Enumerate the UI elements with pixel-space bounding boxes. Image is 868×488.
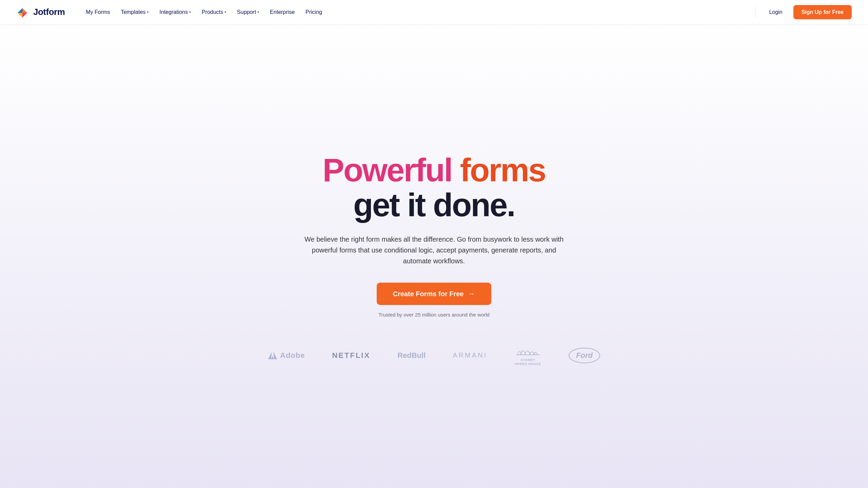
nav-item-templates[interactable]: Templates ▾ (116, 6, 153, 18)
nav-right: Login Sign Up for Free (752, 5, 852, 19)
arrow-right-icon: → (468, 289, 475, 298)
brand-logos: Adobe NETFLIX RedBull ARMANI (252, 338, 616, 373)
hero-title-powerful: Powerful (323, 152, 452, 188)
chevron-down-icon: ▾ (189, 10, 191, 14)
navbar: Jotform My Forms Templates ▾ Integration… (0, 0, 868, 24)
adobe-text: Adobe (280, 351, 305, 360)
login-button[interactable]: Login (764, 6, 788, 18)
ford-logo: Ford (569, 348, 600, 363)
signup-button[interactable]: Sign Up for Free (793, 5, 852, 19)
sydney-opera-icon (514, 345, 541, 357)
jotform-logo-icon (16, 5, 30, 19)
nav-item-integrations[interactable]: Integrations ▾ (155, 6, 196, 18)
nav-item-products[interactable]: Products ▾ (197, 6, 231, 18)
nav-item-support[interactable]: Support ▾ (232, 6, 264, 18)
hero-title: Powerful forms get it done. (323, 153, 546, 234)
hero-title-forms: forms (460, 152, 546, 188)
cta-label: Create Forms for Free (393, 290, 464, 298)
chevron-down-icon: ▾ (257, 10, 259, 14)
adobe-logo: Adobe (268, 351, 305, 360)
chevron-down-icon: ▾ (147, 10, 149, 14)
cta-button[interactable]: Create Forms for Free → (377, 283, 492, 305)
netflix-logo: NETFLIX (332, 351, 370, 360)
chevron-down-icon: ▾ (224, 10, 226, 14)
nav-item-myforms[interactable]: My Forms (81, 6, 115, 18)
nav-item-enterprise[interactable]: Enterprise (265, 6, 299, 18)
hero-subtitle: We believe the right form makes all the … (302, 234, 566, 266)
nav-links: My Forms Templates ▾ Integrations ▾ Prod… (81, 6, 752, 18)
adobe-icon (268, 351, 277, 360)
hero-title-line2: get it done. (323, 187, 546, 223)
sydney-opera-house-logo: SYDNEYOPERA HOUSE (514, 345, 541, 366)
hero-title-line1: Powerful forms (323, 153, 546, 187)
nav-divider (755, 7, 755, 18)
armani-logo: ARMANI (453, 351, 487, 359)
nav-item-pricing[interactable]: Pricing (301, 6, 327, 18)
hero-section: Powerful forms get it done. We believe t… (0, 24, 868, 488)
redbull-logo: RedBull (397, 351, 426, 360)
trust-text: Trusted by over 25 million users around … (378, 312, 490, 318)
logo-text: Jotform (33, 7, 65, 17)
logo[interactable]: Jotform (16, 5, 65, 19)
